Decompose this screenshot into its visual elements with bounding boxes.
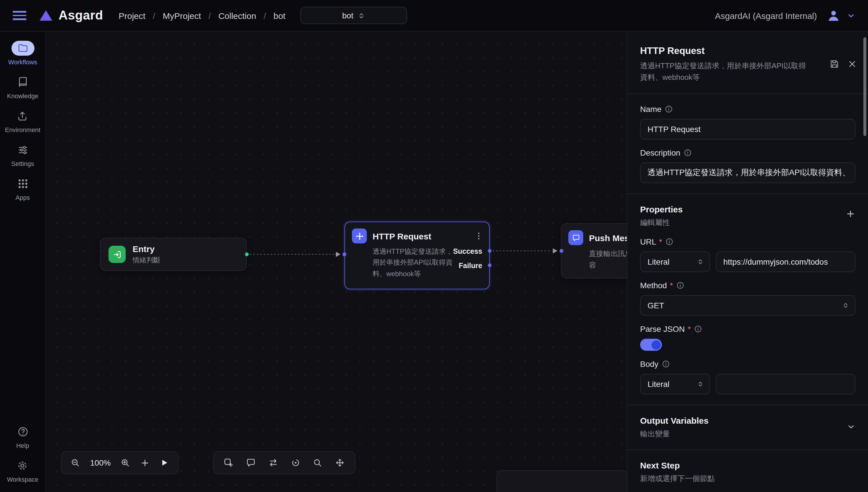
comment-icon[interactable] <box>246 458 256 468</box>
chevron-updown-icon <box>842 302 849 309</box>
parse-json-toggle[interactable] <box>640 339 662 351</box>
node-description: 直接輸出訊息內容 <box>589 248 627 271</box>
parse-json-label-row: Parse JSON * <box>640 325 855 334</box>
fit-view-icon[interactable] <box>335 458 345 468</box>
sidebar-item-label: Environment <box>5 126 41 133</box>
breadcrumb-item-bot[interactable]: bot <box>274 10 286 20</box>
active-indicator-pill <box>11 41 34 56</box>
menu-icon[interactable] <box>13 11 26 20</box>
info-icon[interactable] <box>694 325 702 333</box>
workflow-selector[interactable]: bot <box>300 7 407 24</box>
url-label-row: URL * <box>640 238 855 247</box>
main-area: Workflows Knowledge Environment Settings <box>0 31 868 492</box>
node-menu-kebab-icon[interactable] <box>474 231 483 241</box>
node-push-message[interactable]: Push Message 直接輸出訊息內容 <box>561 223 627 278</box>
zoom-toolbar: 100% <box>61 451 178 474</box>
panel-scrollbar[interactable] <box>863 37 866 136</box>
description-input[interactable] <box>640 163 855 183</box>
close-icon[interactable] <box>848 59 857 69</box>
info-icon[interactable] <box>666 238 674 246</box>
add-property-icon[interactable] <box>846 209 855 219</box>
chevron-updown-icon <box>697 259 704 266</box>
info-icon[interactable] <box>676 281 684 290</box>
port-success[interactable]: Success <box>453 247 482 255</box>
sidebar-item-environment[interactable]: Environment <box>5 108 41 133</box>
sidebar-item-workspace[interactable]: Workspace <box>7 458 39 483</box>
add-node-icon[interactable] <box>223 458 234 468</box>
search-icon[interactable] <box>313 458 323 468</box>
sidebar-item-label: Settings <box>11 160 34 167</box>
required-mark: * <box>670 281 673 290</box>
node-subtitle: 情緒判斷 <box>132 255 160 265</box>
breadcrumb-item-collection[interactable]: Collection <box>218 10 256 20</box>
description-label: Description <box>640 148 680 157</box>
topbar-right: AsgardAI (Asgard Internal) <box>715 8 855 23</box>
avatar-icon[interactable] <box>826 8 841 23</box>
chevron-down-icon[interactable] <box>847 11 855 20</box>
workflows-folder-icon <box>17 43 28 54</box>
node-entry[interactable]: Entry 情緒判斷 <box>100 238 247 271</box>
sliders-icon <box>17 144 28 155</box>
breadcrumb-item-myproject[interactable]: MyProject <box>163 10 201 20</box>
output-variables-title: Output Variables <box>640 416 709 426</box>
method-select[interactable]: GET <box>640 295 855 316</box>
body-mode-select[interactable]: Literal <box>640 374 710 395</box>
sidebar-item-apps[interactable]: Apps <box>11 176 34 201</box>
url-input[interactable] <box>716 252 855 272</box>
save-icon[interactable] <box>829 59 839 69</box>
output-variables-subtitle: 輸出變量 <box>640 429 709 440</box>
sidebar-item-knowledge[interactable]: Knowledge <box>7 75 39 99</box>
sidebar-item-help[interactable]: Help <box>11 424 34 449</box>
workflow-selector-value: bot <box>342 11 353 20</box>
zoom-in-icon[interactable] <box>121 458 130 468</box>
chevron-updown-icon <box>358 12 365 19</box>
breadcrumb-separator: / <box>153 10 155 20</box>
zoom-out-icon[interactable] <box>71 458 80 468</box>
account-label: AsgardAI (Asgard Internal) <box>715 10 817 20</box>
sidebar-item-settings[interactable]: Settings <box>11 142 34 167</box>
panel-subtitle: 透過HTTP協定發送請求，用於串接外部API以取得資料、webhook等 <box>640 60 811 83</box>
toggle-knob <box>651 340 661 350</box>
workflow-canvas[interactable]: Entry 情緒判斷 HTTP Request 透過HTTP協定發送請求，用於串… <box>46 31 627 492</box>
description-label-row: Description <box>640 148 855 157</box>
port-failure[interactable]: Failure <box>459 262 482 270</box>
brand[interactable]: Asgard <box>39 8 103 23</box>
body-label-row: Body <box>640 360 855 369</box>
chevron-down-icon[interactable] <box>847 423 855 432</box>
info-icon[interactable] <box>665 105 673 114</box>
info-icon[interactable] <box>684 149 692 157</box>
book-icon <box>17 76 28 88</box>
node-http-request[interactable]: HTTP Request 透過HTTP協定發送請求，用於串接外部API以取得資料… <box>344 222 490 289</box>
run-play-icon[interactable] <box>159 458 169 467</box>
brand-name: Asgard <box>58 8 103 23</box>
parse-json-label: Parse JSON <box>640 325 685 334</box>
node-config-panel: HTTP Request 透過HTTP協定發送請求，用於串接外部API以取得資料… <box>627 31 868 492</box>
sidebar-item-label: Apps <box>16 194 30 201</box>
output-variables-header[interactable]: Output Variables 輸出變量 <box>640 416 855 440</box>
sidebar-item-workflows[interactable]: Workflows <box>8 41 37 66</box>
upload-icon <box>17 110 28 122</box>
push-node-icon <box>568 230 583 245</box>
orbit-icon[interactable] <box>291 458 301 468</box>
name-label: Name <box>640 105 662 114</box>
node-description: 透過HTTP協定發送請求，用於串接外部API以取得資料、webhook等 <box>373 246 454 280</box>
panel-title: HTTP Request <box>640 45 855 56</box>
info-icon[interactable] <box>662 360 670 368</box>
url-mode-select[interactable]: Literal <box>640 252 710 272</box>
breadcrumb-item-project[interactable]: Project <box>119 10 145 20</box>
gear-icon <box>17 460 28 471</box>
body-label: Body <box>640 360 659 369</box>
method-value: GET <box>648 301 664 310</box>
swap-arrows-icon[interactable] <box>268 458 278 468</box>
brand-logo-icon <box>39 10 53 21</box>
name-input[interactable] <box>640 119 855 140</box>
breadcrumb-separator: / <box>264 10 266 20</box>
required-mark: * <box>659 238 662 247</box>
add-icon[interactable] <box>140 458 150 468</box>
sidebar-item-label: Workspace <box>7 476 39 483</box>
properties-subtitle: 編輯屬性 <box>640 218 683 228</box>
tools-toolbar <box>213 451 355 474</box>
app-window: Asgard Project / MyProject / Collection … <box>0 0 868 492</box>
body-input[interactable] <box>716 374 855 395</box>
node-title: HTTP Request <box>373 231 431 241</box>
